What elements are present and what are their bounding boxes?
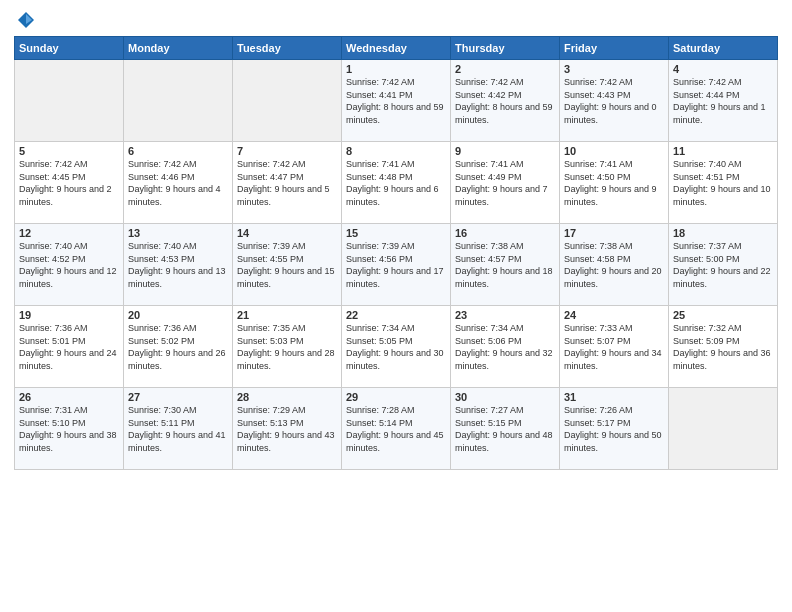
day-number: 4	[673, 63, 773, 75]
day-number: 5	[19, 145, 119, 157]
day-info: Sunrise: 7:26 AMSunset: 5:17 PMDaylight:…	[564, 404, 664, 454]
calendar-cell: 7Sunrise: 7:42 AMSunset: 4:47 PMDaylight…	[233, 142, 342, 224]
day-info: Sunrise: 7:27 AMSunset: 5:15 PMDaylight:…	[455, 404, 555, 454]
calendar-page: SundayMondayTuesdayWednesdayThursdayFrid…	[0, 0, 792, 612]
day-number: 2	[455, 63, 555, 75]
day-info: Sunrise: 7:30 AMSunset: 5:11 PMDaylight:…	[128, 404, 228, 454]
day-number: 30	[455, 391, 555, 403]
day-info: Sunrise: 7:28 AMSunset: 5:14 PMDaylight:…	[346, 404, 446, 454]
calendar-cell: 29Sunrise: 7:28 AMSunset: 5:14 PMDayligh…	[342, 388, 451, 470]
calendar-header-tuesday: Tuesday	[233, 37, 342, 60]
day-number: 31	[564, 391, 664, 403]
day-number: 12	[19, 227, 119, 239]
day-info: Sunrise: 7:34 AMSunset: 5:05 PMDaylight:…	[346, 322, 446, 372]
calendar-table: SundayMondayTuesdayWednesdayThursdayFrid…	[14, 36, 778, 470]
day-info: Sunrise: 7:32 AMSunset: 5:09 PMDaylight:…	[673, 322, 773, 372]
calendar-cell: 12Sunrise: 7:40 AMSunset: 4:52 PMDayligh…	[15, 224, 124, 306]
day-info: Sunrise: 7:33 AMSunset: 5:07 PMDaylight:…	[564, 322, 664, 372]
day-info: Sunrise: 7:40 AMSunset: 4:51 PMDaylight:…	[673, 158, 773, 208]
header	[14, 10, 778, 30]
day-info: Sunrise: 7:37 AMSunset: 5:00 PMDaylight:…	[673, 240, 773, 290]
calendar-cell: 21Sunrise: 7:35 AMSunset: 5:03 PMDayligh…	[233, 306, 342, 388]
calendar-cell	[233, 60, 342, 142]
calendar-header-monday: Monday	[124, 37, 233, 60]
day-info: Sunrise: 7:41 AMSunset: 4:49 PMDaylight:…	[455, 158, 555, 208]
calendar-header-thursday: Thursday	[451, 37, 560, 60]
calendar-cell: 16Sunrise: 7:38 AMSunset: 4:57 PMDayligh…	[451, 224, 560, 306]
day-info: Sunrise: 7:42 AMSunset: 4:44 PMDaylight:…	[673, 76, 773, 126]
day-number: 10	[564, 145, 664, 157]
day-number: 20	[128, 309, 228, 321]
calendar-header-wednesday: Wednesday	[342, 37, 451, 60]
calendar-cell: 3Sunrise: 7:42 AMSunset: 4:43 PMDaylight…	[560, 60, 669, 142]
calendar-week-5: 26Sunrise: 7:31 AMSunset: 5:10 PMDayligh…	[15, 388, 778, 470]
calendar-cell: 28Sunrise: 7:29 AMSunset: 5:13 PMDayligh…	[233, 388, 342, 470]
calendar-cell: 9Sunrise: 7:41 AMSunset: 4:49 PMDaylight…	[451, 142, 560, 224]
calendar-week-1: 1Sunrise: 7:42 AMSunset: 4:41 PMDaylight…	[15, 60, 778, 142]
day-number: 22	[346, 309, 446, 321]
day-info: Sunrise: 7:42 AMSunset: 4:41 PMDaylight:…	[346, 76, 446, 126]
day-info: Sunrise: 7:41 AMSunset: 4:50 PMDaylight:…	[564, 158, 664, 208]
day-number: 1	[346, 63, 446, 75]
calendar-header-saturday: Saturday	[669, 37, 778, 60]
day-info: Sunrise: 7:42 AMSunset: 4:42 PMDaylight:…	[455, 76, 555, 126]
day-number: 17	[564, 227, 664, 239]
day-info: Sunrise: 7:40 AMSunset: 4:53 PMDaylight:…	[128, 240, 228, 290]
day-info: Sunrise: 7:39 AMSunset: 4:55 PMDaylight:…	[237, 240, 337, 290]
calendar-cell: 30Sunrise: 7:27 AMSunset: 5:15 PMDayligh…	[451, 388, 560, 470]
day-info: Sunrise: 7:39 AMSunset: 4:56 PMDaylight:…	[346, 240, 446, 290]
calendar-cell: 5Sunrise: 7:42 AMSunset: 4:45 PMDaylight…	[15, 142, 124, 224]
calendar-header-row: SundayMondayTuesdayWednesdayThursdayFrid…	[15, 37, 778, 60]
day-number: 18	[673, 227, 773, 239]
logo-icon	[16, 10, 36, 30]
day-number: 13	[128, 227, 228, 239]
calendar-cell: 19Sunrise: 7:36 AMSunset: 5:01 PMDayligh…	[15, 306, 124, 388]
logo	[14, 10, 36, 30]
calendar-cell: 6Sunrise: 7:42 AMSunset: 4:46 PMDaylight…	[124, 142, 233, 224]
day-info: Sunrise: 7:42 AMSunset: 4:45 PMDaylight:…	[19, 158, 119, 208]
calendar-cell: 13Sunrise: 7:40 AMSunset: 4:53 PMDayligh…	[124, 224, 233, 306]
day-number: 8	[346, 145, 446, 157]
calendar-cell	[124, 60, 233, 142]
calendar-cell: 25Sunrise: 7:32 AMSunset: 5:09 PMDayligh…	[669, 306, 778, 388]
day-info: Sunrise: 7:29 AMSunset: 5:13 PMDaylight:…	[237, 404, 337, 454]
calendar-cell	[669, 388, 778, 470]
day-number: 23	[455, 309, 555, 321]
calendar-cell: 10Sunrise: 7:41 AMSunset: 4:50 PMDayligh…	[560, 142, 669, 224]
day-info: Sunrise: 7:35 AMSunset: 5:03 PMDaylight:…	[237, 322, 337, 372]
day-info: Sunrise: 7:38 AMSunset: 4:57 PMDaylight:…	[455, 240, 555, 290]
calendar-header-sunday: Sunday	[15, 37, 124, 60]
day-number: 14	[237, 227, 337, 239]
day-info: Sunrise: 7:36 AMSunset: 5:01 PMDaylight:…	[19, 322, 119, 372]
calendar-cell: 17Sunrise: 7:38 AMSunset: 4:58 PMDayligh…	[560, 224, 669, 306]
day-info: Sunrise: 7:42 AMSunset: 4:47 PMDaylight:…	[237, 158, 337, 208]
calendar-cell: 8Sunrise: 7:41 AMSunset: 4:48 PMDaylight…	[342, 142, 451, 224]
day-number: 16	[455, 227, 555, 239]
day-number: 27	[128, 391, 228, 403]
day-number: 7	[237, 145, 337, 157]
day-number: 24	[564, 309, 664, 321]
day-number: 28	[237, 391, 337, 403]
calendar-cell: 27Sunrise: 7:30 AMSunset: 5:11 PMDayligh…	[124, 388, 233, 470]
day-number: 26	[19, 391, 119, 403]
day-number: 15	[346, 227, 446, 239]
day-number: 6	[128, 145, 228, 157]
day-number: 29	[346, 391, 446, 403]
day-info: Sunrise: 7:34 AMSunset: 5:06 PMDaylight:…	[455, 322, 555, 372]
calendar-week-4: 19Sunrise: 7:36 AMSunset: 5:01 PMDayligh…	[15, 306, 778, 388]
day-info: Sunrise: 7:31 AMSunset: 5:10 PMDaylight:…	[19, 404, 119, 454]
day-info: Sunrise: 7:36 AMSunset: 5:02 PMDaylight:…	[128, 322, 228, 372]
calendar-cell: 15Sunrise: 7:39 AMSunset: 4:56 PMDayligh…	[342, 224, 451, 306]
calendar-cell: 1Sunrise: 7:42 AMSunset: 4:41 PMDaylight…	[342, 60, 451, 142]
day-number: 3	[564, 63, 664, 75]
calendar-cell: 23Sunrise: 7:34 AMSunset: 5:06 PMDayligh…	[451, 306, 560, 388]
day-info: Sunrise: 7:38 AMSunset: 4:58 PMDaylight:…	[564, 240, 664, 290]
day-number: 25	[673, 309, 773, 321]
calendar-cell: 11Sunrise: 7:40 AMSunset: 4:51 PMDayligh…	[669, 142, 778, 224]
calendar-week-2: 5Sunrise: 7:42 AMSunset: 4:45 PMDaylight…	[15, 142, 778, 224]
calendar-cell: 2Sunrise: 7:42 AMSunset: 4:42 PMDaylight…	[451, 60, 560, 142]
day-info: Sunrise: 7:42 AMSunset: 4:46 PMDaylight:…	[128, 158, 228, 208]
calendar-cell: 18Sunrise: 7:37 AMSunset: 5:00 PMDayligh…	[669, 224, 778, 306]
calendar-cell	[15, 60, 124, 142]
calendar-cell: 22Sunrise: 7:34 AMSunset: 5:05 PMDayligh…	[342, 306, 451, 388]
